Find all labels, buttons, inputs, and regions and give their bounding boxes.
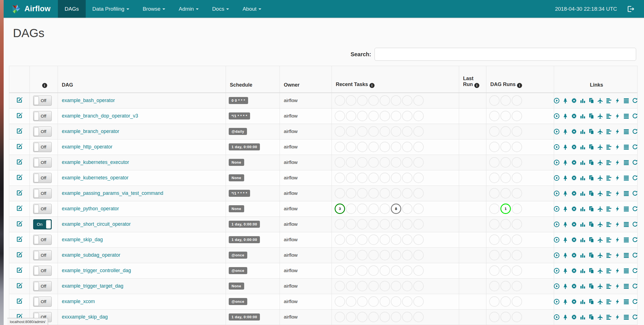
flash-icon[interactable] — [614, 299, 621, 305]
duplicate-icon[interactable] — [588, 314, 595, 320]
play-circle-icon[interactable] — [554, 144, 560, 150]
align-left-icon[interactable] — [606, 268, 612, 274]
edit-dag-icon[interactable] — [16, 174, 23, 181]
flash-icon[interactable] — [614, 98, 621, 104]
dag-link[interactable]: example_trigger_target_dag — [58, 283, 123, 289]
plane-icon[interactable] — [597, 190, 603, 197]
burst-icon[interactable] — [571, 159, 577, 166]
plane-icon[interactable] — [597, 206, 603, 212]
bar-chart-icon[interactable] — [580, 268, 586, 274]
header-dag[interactable]: DAG — [58, 66, 226, 93]
play-circle-icon[interactable] — [554, 314, 560, 320]
tree-icon[interactable] — [562, 159, 568, 166]
nav-item-dags[interactable]: DAGs — [58, 0, 86, 18]
dag-link[interactable]: example_passing_params_via_test_command — [58, 190, 163, 196]
flash-icon[interactable] — [614, 206, 621, 212]
plane-icon[interactable] — [597, 283, 603, 289]
plane-icon[interactable] — [597, 268, 603, 274]
tree-icon[interactable] — [562, 128, 568, 135]
align-justify-icon[interactable] — [623, 299, 629, 305]
flash-icon[interactable] — [614, 221, 621, 227]
bar-chart-icon[interactable] — [580, 237, 586, 243]
duplicate-icon[interactable] — [588, 190, 595, 197]
plane-icon[interactable] — [597, 98, 603, 104]
refresh-icon[interactable] — [632, 283, 638, 289]
info-icon[interactable]: i — [474, 83, 479, 88]
bar-chart-icon[interactable] — [580, 252, 586, 258]
align-justify-icon[interactable] — [623, 206, 629, 212]
logout-icon[interactable] — [627, 5, 634, 13]
dag-pause-toggle[interactable]: Off — [33, 96, 52, 106]
edit-dag-icon[interactable] — [16, 128, 23, 134]
duplicate-icon[interactable] — [588, 113, 595, 119]
refresh-icon[interactable] — [632, 159, 638, 166]
flash-icon[interactable] — [614, 128, 621, 135]
play-circle-icon[interactable] — [554, 221, 560, 227]
align-justify-icon[interactable] — [623, 190, 629, 197]
play-circle-icon[interactable] — [554, 98, 560, 104]
duplicate-icon[interactable] — [588, 252, 595, 258]
bar-chart-icon[interactable] — [580, 314, 586, 320]
dag-link[interactable]: example_xcom — [58, 299, 95, 304]
info-icon[interactable]: i — [369, 83, 375, 88]
bar-chart-icon[interactable] — [580, 128, 586, 135]
info-icon[interactable]: i — [517, 83, 522, 88]
align-left-icon[interactable] — [606, 128, 612, 135]
align-justify-icon[interactable] — [623, 144, 629, 150]
header-owner[interactable]: Owner — [280, 66, 332, 93]
dag-link[interactable]: exxxample_skip_dag — [58, 314, 108, 320]
play-circle-icon[interactable] — [554, 268, 560, 274]
duplicate-icon[interactable] — [588, 221, 595, 227]
bar-chart-icon[interactable] — [580, 206, 586, 212]
duplicate-icon[interactable] — [588, 206, 595, 212]
tree-icon[interactable] — [562, 237, 568, 243]
duplicate-icon[interactable] — [588, 175, 595, 181]
edit-dag-icon[interactable] — [16, 189, 23, 196]
align-left-icon[interactable] — [606, 221, 612, 227]
plane-icon[interactable] — [597, 237, 603, 243]
dag-link[interactable]: example_http_operator — [58, 144, 112, 150]
dag-pause-toggle[interactable]: Off — [33, 281, 52, 291]
tree-icon[interactable] — [562, 206, 568, 212]
duplicate-icon[interactable] — [588, 159, 595, 166]
tree-icon[interactable] — [562, 299, 568, 305]
plane-icon[interactable] — [597, 175, 603, 181]
plane-icon[interactable] — [597, 299, 603, 305]
refresh-icon[interactable] — [632, 252, 638, 258]
refresh-icon[interactable] — [632, 206, 638, 212]
align-justify-icon[interactable] — [623, 314, 629, 320]
edit-dag-icon[interactable] — [16, 251, 23, 258]
dag-pause-toggle[interactable]: Off — [33, 111, 52, 121]
dag-pause-toggle[interactable]: Off — [33, 188, 52, 198]
play-circle-icon[interactable] — [554, 190, 560, 197]
burst-icon[interactable] — [571, 237, 577, 243]
refresh-icon[interactable] — [632, 98, 638, 104]
align-left-icon[interactable] — [606, 314, 612, 320]
align-left-icon[interactable] — [606, 206, 612, 212]
edit-dag-icon[interactable] — [16, 220, 23, 227]
refresh-icon[interactable] — [632, 299, 638, 305]
tree-icon[interactable] — [562, 98, 568, 104]
flash-icon[interactable] — [614, 252, 621, 258]
dag-link[interactable]: example_subdag_operator — [58, 252, 120, 258]
dag-link[interactable]: example_short_circuit_operator — [58, 221, 131, 227]
nav-item-about[interactable]: About — [236, 0, 268, 18]
bar-chart-icon[interactable] — [580, 175, 586, 181]
burst-icon[interactable] — [571, 175, 577, 181]
align-justify-icon[interactable] — [623, 159, 629, 166]
refresh-icon[interactable] — [632, 268, 638, 274]
burst-icon[interactable] — [571, 283, 577, 289]
flash-icon[interactable] — [614, 268, 621, 274]
play-circle-icon[interactable] — [554, 283, 560, 289]
dag-link[interactable]: example_python_operator — [58, 206, 119, 212]
align-left-icon[interactable] — [606, 113, 612, 119]
align-justify-icon[interactable] — [623, 252, 629, 258]
dag-pause-toggle[interactable]: On — [33, 219, 52, 229]
align-left-icon[interactable] — [606, 159, 612, 166]
edit-dag-icon[interactable] — [16, 298, 23, 304]
tree-icon[interactable] — [562, 175, 568, 181]
play-circle-icon[interactable] — [554, 237, 560, 243]
align-left-icon[interactable] — [606, 98, 612, 104]
align-justify-icon[interactable] — [623, 221, 629, 227]
bar-chart-icon[interactable] — [580, 159, 586, 166]
